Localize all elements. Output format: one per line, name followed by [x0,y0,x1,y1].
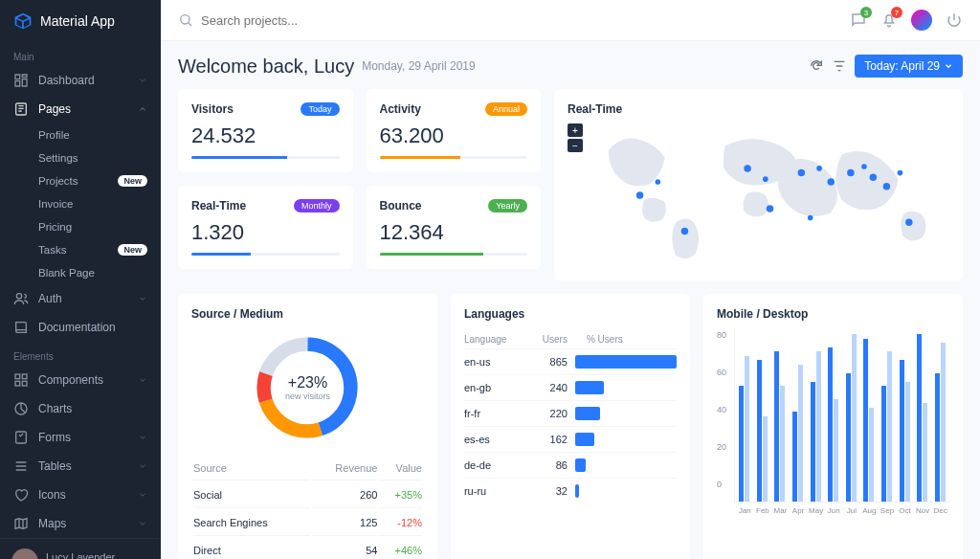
search-input[interactable] [201,13,850,28]
bar-chart: 806040200 [717,330,949,503]
source-medium-card: Source / Medium +23% new visito [178,294,437,559]
nav-pages[interactable]: Pages [0,95,161,123]
heart-icon [13,487,29,503]
sidebar: Material App Main Dashboard Pages Profil… [0,0,161,559]
table-row: Direct54+46% [193,538,422,559]
bar-group [791,330,805,502]
zoom-out-button[interactable]: − [568,139,583,152]
lang-row: ru-ru32 [464,478,677,503]
chevron-down-icon [138,433,147,442]
bar-group [737,330,751,502]
svg-rect-4 [15,381,20,386]
list-icon [13,458,29,474]
svg-point-19 [861,164,867,169]
book-icon [13,320,29,335]
badge-new: New [118,244,147,256]
zoom-in-button[interactable]: + [568,123,583,137]
progress [380,156,528,159]
svg-rect-3 [22,374,27,379]
nav-tables[interactable]: Tables [0,452,161,481]
chevron-up-icon [138,104,147,114]
svg-point-14 [767,205,774,212]
world-map[interactable] [590,123,949,267]
pages-icon [13,101,29,117]
nav-documentation[interactable]: Documentation [0,313,161,342]
chevron-down-icon [138,294,147,303]
nav-dashboard[interactable]: Dashboard [0,66,161,95]
nav-profile[interactable]: Profile [38,123,161,146]
page-header: Welcome back, Lucy Monday, 29 April 2019… [178,55,963,78]
date-filter-button[interactable]: Today: April 29 [855,55,963,78]
nav-auth[interactable]: Auth [0,284,161,313]
page-date: Monday, 29 April 2019 [362,59,476,73]
mobile-desktop-card: Mobile / Desktop 806040200 JanFebMarAprM… [703,294,963,559]
topbar: 3 7 [161,0,980,41]
lang-row: en-us865 [464,348,677,374]
donut-subtitle: new visitors [285,391,330,401]
users-icon [13,291,29,306]
svg-point-23 [905,218,913,226]
notifications-button[interactable]: 7 [880,11,898,29]
chevron-down-icon [944,61,953,71]
nav-forms[interactable]: Forms [0,423,161,452]
stat-badge: Yearly [488,199,527,212]
stat-realtime: Real-TimeMonthly 1.320 [178,186,353,269]
nav-pricing[interactable]: Pricing [38,215,161,238]
chart-icon [13,401,29,416]
chevron-down-icon [138,490,147,500]
nav-projects[interactable]: ProjectsNew [38,169,161,192]
stat-value: 12.364 [380,220,528,245]
languages-card: Languages Language Users % Users en-us86… [451,294,690,559]
filter-icon[interactable] [832,58,847,74]
bar-group [933,330,947,502]
lang-row: en-gb240 [464,374,677,400]
stat-badge: Monthly [294,199,340,212]
stat-value: 24.532 [191,123,340,148]
stat-value: 63.200 [380,123,528,148]
power-icon[interactable] [946,11,963,29]
lang-row: de-de86 [464,452,677,478]
nav-section-main: Main [0,42,161,66]
map-icon [13,516,29,531]
table-row: Search Engines125-12% [193,510,422,536]
flag-icon[interactable] [911,10,932,31]
messages-button[interactable]: 3 [850,11,867,29]
table-row: Social260+35% [193,482,422,508]
nav-pages-submenu: Profile Settings ProjectsNew Invoice Pri… [0,123,161,284]
refresh-icon[interactable] [809,58,824,74]
donut-chart: +23% new visitors [250,330,365,445]
bar-group [898,330,912,502]
realtime-map-card: Real-Time + − [554,89,963,280]
bar-group [880,330,894,502]
nav-icons[interactable]: Icons [0,481,161,509]
nav-blank[interactable]: Blank Page [38,261,161,284]
nav-charts[interactable]: Charts [0,394,161,423]
nav-maps[interactable]: Maps [0,509,161,538]
svg-point-20 [870,174,878,182]
svg-point-21 [883,183,891,190]
svg-point-17 [828,178,835,186]
progress [191,253,340,256]
search-icon [178,12,193,28]
svg-point-16 [816,166,822,171]
brand[interactable]: Material App [0,0,161,42]
bar-group [809,330,823,502]
nav-settings[interactable]: Settings [38,146,161,169]
messages-badge: 3 [860,7,872,18]
nav-components[interactable]: Components [0,366,161,394]
sidebar-user[interactable]: Lucy Lavender Online [0,538,161,559]
bar-group [916,330,930,502]
donut-percent: +23% [288,374,327,391]
nav-tasks[interactable]: TasksNew [38,238,161,261]
stat-value: 1.320 [191,220,340,245]
avatar [11,548,38,559]
nav-section-elements: Elements [0,342,161,366]
progress [380,253,528,256]
svg-point-1 [16,294,21,299]
grid-icon [13,372,29,388]
notifications-badge: 7 [891,7,902,18]
source-table: Source Revenue Value Social260+35%Search… [191,455,424,559]
nav-invoice[interactable]: Invoice [38,192,161,215]
svg-point-13 [763,176,768,182]
dashboard-icon [13,73,29,88]
